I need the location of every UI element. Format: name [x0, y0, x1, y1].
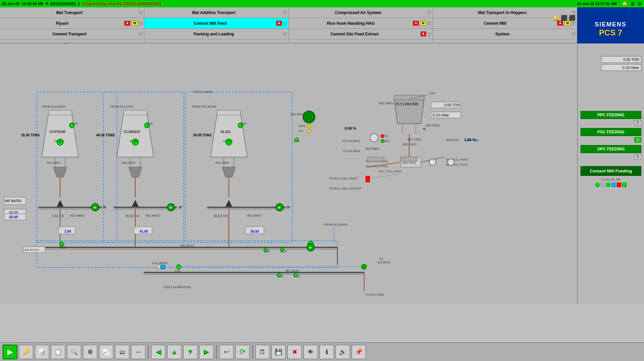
nav-cement-transport-label: Cement Transport — [1, 32, 138, 36]
svg-text:M: M — [94, 206, 96, 209]
nav-flyash[interactable]: Flyash A M ▽ — [0, 18, 144, 29]
svg-text:5E2_TC01_FNJ01: 5E2_TC01_FNJ01 — [366, 165, 388, 168]
cement-mill-feed-arrow[interactable]: ▽ — [283, 21, 287, 26]
svg-text:D: D — [157, 266, 159, 269]
svg-text:5D1.FB01: 5D1.FB01 — [122, 161, 136, 164]
save-button[interactable]: 💾 — [271, 345, 286, 359]
svg-text:5E1.BC02: 5E1.BC02 — [286, 269, 299, 272]
nav-cement-silo-label: Cement Silo Feed Extract — [290, 32, 419, 36]
report-button[interactable]: 📋 — [51, 345, 65, 359]
graph-button[interactable]: 📈 — [99, 345, 114, 359]
svg-text:M: M — [169, 206, 172, 209]
cement-silo-arrow[interactable]: ▽ — [428, 31, 431, 37]
svg-text:M: M — [309, 246, 312, 249]
back-button[interactable]: ◀ — [151, 345, 166, 359]
svg-point-75 — [176, 264, 181, 269]
packing-loading-arrow[interactable]: ▽ — [283, 31, 287, 37]
mat-additive-arrow[interactable]: ▽ — [283, 10, 287, 15]
cement-mill-badge-m: M — [565, 21, 571, 26]
group-ind-c — [601, 183, 605, 187]
nav-icon-1[interactable]: 🔔 — [553, 15, 559, 21]
compressed-air-arrow[interactable]: ▽ — [428, 10, 431, 15]
settings-icon[interactable]: ⚙ — [638, 1, 642, 6]
opc-feeding-btn[interactable]: OPC FEEDING — [581, 145, 641, 153]
down-button[interactable]: ▼ — [183, 345, 198, 359]
rice-husk-badge-m: M — [420, 21, 426, 26]
svg-marker-68 — [53, 167, 67, 177]
transfer-button[interactable]: ↔ — [131, 345, 146, 359]
config-button[interactable]: ⚙ — [83, 345, 98, 359]
pin-button[interactable]: 📌 — [351, 345, 366, 359]
svg-marker-182 — [423, 128, 426, 130]
nav-mat-additive[interactable]: Mat Additive Transport ▽ — [144, 7, 288, 18]
ppc-indicator-row: D — [581, 120, 641, 125]
svg-marker-65 — [57, 200, 63, 207]
nav-icons: 🔔 ⬛ ⬛ — [553, 15, 576, 21]
view-button[interactable]: 👁 — [303, 345, 318, 359]
rice-husk-arrow[interactable]: ▽ — [428, 21, 431, 26]
refresh-button[interactable]: ⟳ — [235, 345, 250, 359]
ton-display: 0.00 TON — [601, 56, 641, 63]
flyash-badge-m: M — [132, 21, 138, 26]
monitor-icon[interactable]: 🖥 — [630, 1, 635, 6]
svg-text:ZSS: ZSS — [383, 139, 389, 143]
svg-text:5J1.BP01: 5J1.BP01 — [377, 261, 390, 264]
svg-text:5E1.WE83: 5E1.WE83 — [70, 214, 85, 217]
nav-system[interactable]: System ▽ — [433, 29, 577, 39]
ppc-feeding-btn[interactable]: PPC FEEDING — [581, 111, 641, 119]
svg-rect-177 — [367, 157, 384, 161]
folder-button[interactable]: 🗂 — [115, 345, 130, 359]
nav-mat-transport-arrow[interactable]: ▽ — [139, 10, 143, 15]
opc-d-label: D — [634, 154, 641, 159]
nav-rice-husk[interactable]: Rice Husk Handling HAG A M ▽ — [289, 18, 433, 29]
nav-cement-transport[interactable]: Cement Transport ▽ — [0, 29, 144, 39]
psc-feeding-btn[interactable]: PSC FEEDING — [581, 128, 641, 136]
up-button[interactable]: ▲ — [167, 345, 182, 359]
delete-button[interactable]: ✖ — [287, 345, 302, 359]
psc-s-label: S — [634, 137, 641, 142]
info-button[interactable]: ℹ — [319, 345, 334, 359]
forward-button[interactable]: ▶ — [199, 345, 214, 359]
svg-point-53 — [294, 273, 298, 277]
notes-button[interactable]: 🗒 — [255, 345, 270, 359]
nav-mat-additive-label: Mat Additive Transport — [146, 10, 282, 15]
status-bar: 22-Jun-19 11:26:18 AM P_AS1@(1)/AS01_1 P… — [0, 0, 644, 7]
svg-text:TO BALL MILL OUTLET: TO BALL MILL OUTLET — [329, 187, 361, 190]
svg-point-151 — [381, 139, 384, 143]
svg-text:56.50: 56.50 — [251, 230, 259, 233]
nav-mat-transport-label: Mat Transport — [1, 10, 138, 15]
sound-button[interactable]: 🔊 — [335, 345, 350, 359]
nav-packing-loading[interactable]: Packing and Loading ▽ — [144, 29, 288, 39]
svg-text:30.08 TONS: 30.08 TONS — [193, 133, 212, 137]
toolbar-sep-2 — [216, 345, 217, 359]
ton-value-box: 0.00 TON 0.10 mbar — [581, 56, 641, 71]
group-ind-red — [617, 183, 621, 187]
cement-mill-feeding-btn[interactable]: Cement Mill Feeding — [581, 166, 641, 176]
nav-icon-2[interactable]: ⬛ — [561, 15, 568, 21]
spreadsheet-button[interactable]: 📊 — [35, 345, 49, 359]
nav-cement-silo[interactable]: Cement Silo Feed Extract A ▽ — [289, 29, 433, 39]
nav-mat-transport[interactable]: Mat Transport ▽ — [0, 7, 144, 18]
group-indicator-row — [581, 183, 641, 187]
bell-icon[interactable]: 🔔 — [622, 1, 628, 6]
cement-mill-arrow[interactable]: ▽ — [572, 21, 576, 26]
nav-icon-3[interactable]: ⬛ — [569, 15, 576, 21]
system-arrow[interactable]: ▽ — [572, 31, 576, 37]
svg-point-52 — [277, 273, 281, 277]
nav-cement-mill-feed[interactable]: Cement Mill Feed A ▽ — [144, 18, 288, 29]
key-button[interactable]: 🔑 — [19, 345, 33, 359]
svg-point-179 — [370, 134, 378, 142]
svg-text:W: W — [103, 206, 106, 209]
return-button[interactable]: ↩ — [219, 345, 234, 359]
psc-indicator-row: S — [581, 137, 641, 142]
mbar-display: 0.10 mbar — [601, 64, 641, 71]
cement-transport-arrow[interactable]: ▽ — [139, 31, 143, 37]
svg-text:SLAG: SLAG — [220, 130, 231, 134]
nav-cement-mill-label: Cement Mill — [434, 21, 556, 26]
flyash-arrow[interactable]: ▽ — [139, 21, 143, 26]
nav-compressed-air[interactable]: Compressed Air System ▽ — [289, 7, 433, 18]
svg-text:GYPSUM: GYPSUM — [49, 130, 65, 134]
play-button[interactable]: ▶ — [3, 345, 17, 359]
search-button[interactable]: 🔍 — [67, 345, 82, 359]
svg-text:TO: TO — [379, 257, 383, 261]
